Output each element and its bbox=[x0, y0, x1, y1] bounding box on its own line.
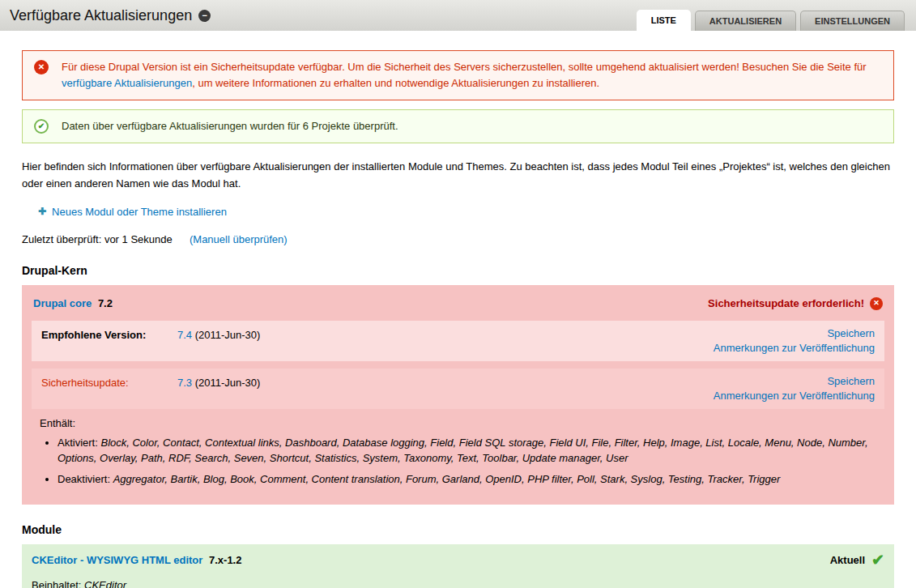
security-date: (2011-Jun-30) bbox=[195, 377, 261, 389]
security-version-link[interactable]: 7.3 bbox=[177, 377, 192, 389]
security-label: Sicherheitsupdate: bbox=[41, 374, 177, 389]
error-text-after: , um weitere Informationen zu erhalten u… bbox=[192, 77, 599, 89]
security-version: 7.3 (2011-Jun-30) bbox=[177, 374, 714, 389]
core-project-title: Drupal core 7.2 bbox=[33, 297, 113, 309]
error-icon: ✕ bbox=[34, 60, 49, 75]
ckeditor-header: CKEditor - WYSIWYG HTML editor 7.x-1.2 A… bbox=[22, 544, 894, 574]
enabled-modules-item: Aktiviert: Block, Color, Contact, Contex… bbox=[58, 436, 884, 467]
main-content: ✕ Für diese Drupal Version ist ein Siche… bbox=[0, 31, 916, 588]
disabled-modules-item: Deaktiviert: Aggregator, Bartik, Blog, B… bbox=[58, 472, 884, 488]
recommended-label: Empfohlene Version: bbox=[41, 326, 177, 341]
tab-liste[interactable]: LISTE bbox=[637, 10, 691, 31]
title-wrap: Verfügbare Aktualisierungen − bbox=[10, 0, 211, 31]
manual-check-link[interactable]: (Manuell überprüfen) bbox=[190, 233, 288, 245]
install-module-link[interactable]: Neues Modul oder Theme installieren bbox=[52, 206, 227, 218]
ckeditor-project: CKEditor - WYSIWYG HTML editor 7.x-1.2 A… bbox=[22, 544, 894, 588]
hide-descriptions-icon[interactable]: − bbox=[198, 10, 211, 22]
last-checked-row: Zuletzt überprüft: vor 1 Sekunde (Manuel… bbox=[22, 233, 894, 245]
intro-paragraph: Hier befinden sich Informationen über ve… bbox=[22, 159, 894, 191]
disabled-list: Aggregator, Bartik, Blog, Book, Comment,… bbox=[113, 473, 781, 485]
header-bar: Verfügbare Aktualisierungen − LISTE AKTU… bbox=[0, 0, 916, 31]
security-error-icon: ✕ bbox=[870, 297, 883, 310]
security-status-text: Sicherheitsupdate erforderlich! bbox=[708, 297, 864, 309]
enabled-label: Aktiviert: bbox=[58, 437, 98, 449]
disabled-label: Deaktiviert: bbox=[58, 473, 110, 485]
ckeditor-status: Aktuell ✔ bbox=[830, 552, 884, 568]
recommended-links: Speichern Anmerkungen zur Veröffentlichu… bbox=[714, 326, 875, 356]
primary-tabs: LISTE AKTUALISIEREN EINSTELLUNGEN bbox=[637, 10, 905, 31]
status-message: ✔ Daten über verfügbare Aktualisierungen… bbox=[22, 109, 894, 143]
download-link[interactable]: Speichern bbox=[827, 374, 875, 389]
download-link[interactable]: Speichern bbox=[827, 326, 875, 341]
enabled-list: Block, Color, Contact, Contextual links,… bbox=[58, 437, 868, 464]
ckeditor-link[interactable]: CKEditor - WYSIWYG HTML editor bbox=[32, 554, 202, 566]
tab-aktualisieren[interactable]: AKTUALISIEREN bbox=[695, 11, 796, 31]
ckeditor-includes: Beinhaltet: CKEditor bbox=[22, 574, 894, 588]
ckeditor-version: 7.x-1.2 bbox=[209, 554, 241, 566]
ckeditor-title: CKEditor - WYSIWYG HTML editor 7.x-1.2 bbox=[32, 554, 241, 566]
includes-label: Enthält: bbox=[40, 417, 884, 429]
security-status: Sicherheitsupdate erforderlich! ✕ bbox=[708, 297, 883, 310]
tab-einstellungen[interactable]: EINSTELLUNGEN bbox=[800, 11, 905, 31]
page-title: Verfügbare Aktualisierungen bbox=[10, 7, 192, 24]
last-checked-text: Zuletzt überprüft: vor 1 Sekunde bbox=[22, 233, 173, 245]
ckeditor-includes-value: CKEditor bbox=[84, 579, 126, 588]
recommended-version-link[interactable]: 7.4 bbox=[177, 329, 192, 341]
version-row-recommended: Empfohlene Version: 7.4 (2011-Jun-30) Sp… bbox=[32, 321, 884, 361]
ckeditor-includes-label: Beinhaltet: bbox=[32, 579, 81, 588]
security-links: Speichern Anmerkungen zur Veröffentlichu… bbox=[714, 374, 875, 403]
uptodate-check-icon: ✔ bbox=[871, 552, 884, 568]
ckeditor-status-text: Aktuell bbox=[830, 554, 865, 566]
drupal-core-project: Drupal core 7.2 Sicherheitsupdate erford… bbox=[22, 285, 894, 505]
core-section-heading: Drupal-Kern bbox=[22, 264, 894, 277]
available-updates-link[interactable]: verfügbare Aktualisierungen bbox=[62, 77, 192, 89]
error-text-before: Für diese Drupal Version ist ein Sicherh… bbox=[62, 61, 867, 73]
core-project-header: Drupal core 7.2 Sicherheitsupdate erford… bbox=[32, 295, 884, 321]
includes-list: Aktiviert: Block, Color, Contact, Contex… bbox=[58, 436, 884, 488]
release-notes-link[interactable]: Anmerkungen zur Veröffentlichung bbox=[714, 341, 875, 356]
install-action-row: ✚ Neues Modul oder Theme installieren bbox=[38, 206, 894, 218]
status-ok-icon: ✔ bbox=[34, 119, 49, 134]
module-section-heading: Module bbox=[22, 523, 894, 536]
version-row-security: Sicherheitsupdate: 7.3 (2011-Jun-30) Spe… bbox=[32, 369, 884, 409]
release-notes-link[interactable]: Anmerkungen zur Veröffentlichung bbox=[714, 389, 875, 403]
core-installed-version: 7.2 bbox=[98, 297, 113, 309]
recommended-date: (2011-Jun-30) bbox=[195, 329, 261, 341]
add-icon: ✚ bbox=[38, 207, 46, 216]
page: Verfügbare Aktualisierungen − LISTE AKTU… bbox=[0, 0, 916, 588]
recommended-version: 7.4 (2011-Jun-30) bbox=[177, 326, 714, 341]
status-text: Daten über verfügbare Aktualisierungen w… bbox=[62, 120, 398, 132]
error-message: ✕ Für diese Drupal Version ist ein Siche… bbox=[22, 50, 894, 100]
drupal-core-link[interactable]: Drupal core bbox=[33, 297, 92, 309]
